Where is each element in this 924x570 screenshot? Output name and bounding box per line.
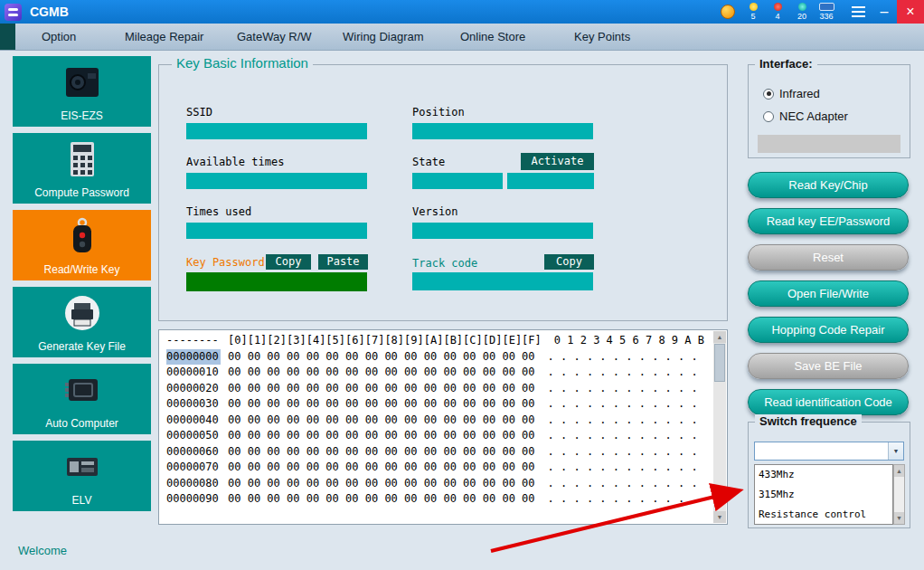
titlebar-stats: 5 4 20 336 — [742, 3, 837, 21]
copy-track-code-button[interactable]: Copy — [544, 254, 594, 270]
hex-address[interactable]: 00000030 — [166, 396, 221, 413]
sidebar-item-eis-ezs[interactable]: EIS-EZS — [13, 56, 151, 127]
titlebar-stat[interactable]: 5 — [742, 3, 764, 21]
scrollbar-thumb[interactable] — [714, 344, 725, 382]
hex-address[interactable]: 00000000 — [166, 349, 221, 366]
dropdown-option[interactable]: 315Mhz — [755, 485, 892, 505]
hex-row[interactable]: 00000020 00 00 00 00 00 00 00 00 00 00 0… — [166, 381, 709, 397]
scroll-down-icon[interactable]: ▼ — [894, 512, 904, 524]
menu-item-wiring-diagram[interactable]: Wiring Diagram — [343, 30, 424, 43]
ssid-field[interactable] — [186, 123, 367, 139]
menu-item-key-points[interactable]: Key Points — [574, 30, 630, 43]
action-button[interactable]: Read key EE/Password — [748, 208, 909, 234]
switch-frequence-title: Switch frequence — [755, 414, 862, 428]
sidebar-item-compute-password[interactable]: Compute Password — [13, 133, 151, 204]
position-field[interactable] — [412, 123, 593, 139]
version-field[interactable] — [412, 223, 593, 239]
hex-ascii: . . . . . . . . . . . . — [548, 444, 698, 461]
hex-row[interactable]: 00000010 00 00 00 00 00 00 00 00 00 00 0… — [166, 365, 709, 381]
hex-address[interactable]: 00000010 — [166, 365, 221, 381]
hex-address[interactable]: 00000020 — [166, 381, 221, 397]
action-button[interactable]: Reset — [748, 244, 909, 271]
frequency-combobox[interactable]: ▼ — [754, 442, 904, 461]
menu-item-option[interactable]: Option — [42, 30, 76, 43]
menu-item-gateway-rw[interactable]: GateWay R/W — [237, 30, 312, 43]
hex-row[interactable]: 00000040 00 00 00 00 00 00 00 00 00 00 0… — [166, 413, 709, 429]
sidebar-item-auto-computer[interactable]: Auto Computer — [13, 364, 151, 434]
state-field-1[interactable] — [412, 173, 503, 189]
action-buttons: Read Key/Chip Read key EE/Password Reset… — [748, 172, 909, 415]
hex-ascii: . . . . . . . . . . . . — [548, 460, 698, 476]
hex-bytes: 00 00 00 00 00 00 00 00 00 00 00 00 00 0… — [228, 365, 535, 381]
hex-ascii-header: 0 1 2 3 4 5 6 7 8 9 A B — [554, 333, 704, 349]
menu-item-online-store[interactable]: Online Store — [460, 30, 525, 43]
calculator-icon — [62, 139, 102, 179]
hex-address[interactable]: 00000060 — [166, 444, 221, 461]
close-button[interactable]: × — [897, 0, 924, 24]
radio-label[interactable]: Infrared — [779, 87, 820, 100]
hex-row[interactable]: 00000070 00 00 00 00 00 00 00 00 00 00 0… — [166, 460, 709, 476]
elv-module-icon — [62, 447, 102, 487]
window-title: CGMB — [30, 5, 69, 19]
hex-address[interactable]: 00000050 — [166, 428, 221, 444]
hex-address[interactable]: 00000090 — [166, 491, 221, 508]
state-field-2[interactable] — [507, 173, 594, 189]
hex-address[interactable]: 00000080 — [166, 476, 221, 492]
titlebar-stat[interactable]: 4 — [767, 3, 788, 21]
radio-nec-adapter[interactable]: NEC Adapter — [763, 109, 848, 123]
action-button[interactable]: Read identification Code — [748, 389, 909, 415]
chevron-down-icon[interactable]: ▼ — [888, 442, 903, 460]
sidebar-item-label: EIS-EZS — [13, 109, 151, 122]
hex-row[interactable]: 00000080 00 00 00 00 00 00 00 00 00 00 0… — [166, 476, 709, 492]
minimize-button[interactable]: – — [872, 0, 897, 24]
action-button[interactable]: Save BE File — [748, 353, 909, 379]
dropdown-option[interactable]: 433Mhz — [755, 465, 892, 485]
combobox-value[interactable] — [755, 442, 888, 460]
scroll-up-icon[interactable]: ▲ — [894, 465, 904, 477]
hex-row[interactable]: 00000000 00 00 00 00 00 00 00 00 00 00 0… — [166, 349, 709, 366]
hex-bytes: 00 00 00 00 00 00 00 00 00 00 00 00 00 0… — [228, 491, 535, 508]
dropdown-scrollbar[interactable]: ▲ ▼ — [893, 464, 905, 525]
radio-unchecked-icon[interactable] — [763, 111, 774, 122]
hex-rows: 00000000 00 00 00 00 00 00 00 00 00 00 0… — [166, 349, 709, 508]
hex-bytes: 00 00 00 00 00 00 00 00 00 00 00 00 00 0… — [228, 444, 535, 461]
titlebar-stat[interactable]: 20 — [791, 3, 813, 21]
titlebar-right: 5 4 20 336 – × — [721, 0, 924, 24]
sidebar-item-label: Read/Write Key — [13, 263, 151, 276]
radio-label[interactable]: NEC Adapter — [779, 109, 848, 123]
scroll-up-icon[interactable]: ▲ — [713, 331, 726, 343]
hex-row[interactable]: 00000030 00 00 00 00 00 00 00 00 00 00 0… — [166, 396, 709, 413]
copy-password-button[interactable]: Copy — [266, 254, 311, 270]
radio-checked-icon[interactable] — [763, 89, 774, 100]
sidebar-item-label: Auto Computer — [13, 417, 151, 430]
hex-address[interactable]: 00000070 — [166, 460, 221, 476]
hex-editor-panel: -------- [0][1][2][3][4][5][6][7][8][9][… — [158, 329, 728, 525]
hex-ascii: . . . . . . . . . . . . — [548, 428, 698, 444]
stat-icon — [750, 3, 758, 11]
hex-scrollbar[interactable]: ▲ ▼ — [713, 331, 726, 523]
track-code-field[interactable] — [412, 272, 593, 290]
menu-button[interactable] — [844, 0, 872, 24]
dropdown-option[interactable]: Resistance control — [755, 505, 892, 525]
hex-address[interactable]: 00000040 — [166, 413, 221, 429]
activate-button[interactable]: Activate — [521, 153, 594, 170]
available-times-field[interactable] — [186, 173, 367, 189]
times-used-field[interactable] — [186, 223, 367, 239]
hex-row[interactable]: 00000090 00 00 00 00 00 00 00 00 00 00 0… — [166, 491, 709, 508]
titlebar-stat[interactable]: 336 — [816, 3, 837, 21]
action-button[interactable]: Read Key/Chip — [748, 172, 909, 198]
key-password-field[interactable] — [186, 272, 367, 291]
radio-infrared[interactable]: Infrared — [763, 87, 820, 100]
sidebar-item-read-write-key[interactable]: Read/Write Key — [13, 210, 151, 280]
action-button[interactable]: Hopping Code Repair — [748, 317, 909, 343]
menu-item-mileage-repair[interactable]: Mileage Repair — [125, 30, 203, 43]
scroll-down-icon[interactable]: ▼ — [713, 511, 726, 523]
coin-icon — [721, 5, 735, 19]
hex-ascii: . . . . . . . . . . . . — [548, 476, 698, 492]
action-button[interactable]: Open File/Write — [748, 280, 909, 307]
hex-row[interactable]: 00000060 00 00 00 00 00 00 00 00 00 00 0… — [166, 444, 709, 461]
sidebar-item-elv[interactable]: ELV — [13, 441, 151, 511]
hex-row[interactable]: 00000050 00 00 00 00 00 00 00 00 00 00 0… — [166, 428, 709, 444]
paste-password-button[interactable]: Paste — [318, 254, 368, 270]
sidebar-item-generate-key-file[interactable]: Generate Key File — [13, 287, 151, 357]
